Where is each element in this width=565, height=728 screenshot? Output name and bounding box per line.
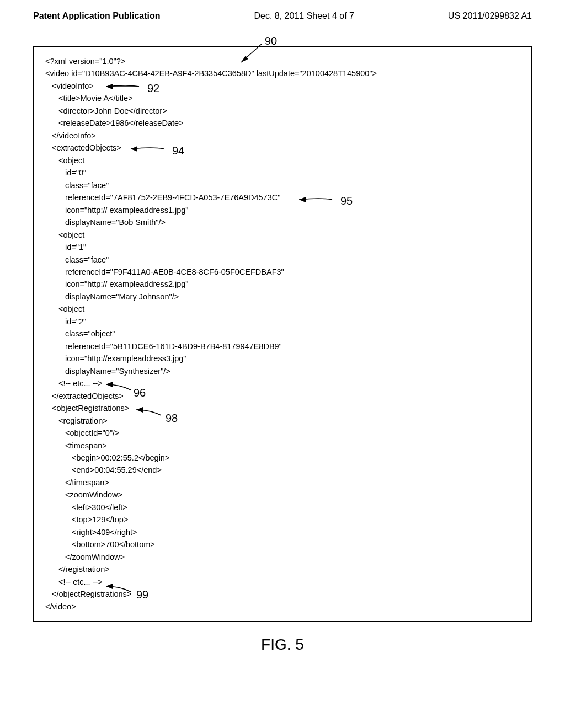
arrow-99	[100, 582, 139, 596]
xml-line: <title>Movie A</title>	[45, 92, 520, 104]
header-center: Dec. 8, 2011 Sheet 4 of 7	[254, 11, 354, 21]
ref-99: 99	[136, 586, 148, 603]
ref-92: 92	[147, 80, 159, 97]
xml-line: displayName="Synthesizer"/>	[45, 365, 520, 377]
header-right: US 2011/0299832 A1	[448, 11, 532, 21]
header-left: Patent Application Publication	[33, 11, 161, 21]
arrow-94	[125, 143, 169, 154]
xml-line: class="face"	[45, 179, 520, 191]
xml-line: </videoInfo>	[45, 130, 520, 142]
xml-line: <?xml version="1.0"?>	[45, 55, 520, 67]
svg-marker-8	[106, 584, 113, 589]
xml-line: class="face"	[45, 254, 520, 266]
xml-line: referenceId="7AF81752-2EB9-4FCD-A053-7E7…	[45, 191, 520, 204]
svg-marker-3	[106, 84, 113, 89]
ref-96: 96	[134, 384, 146, 402]
xml-line: <top>129</top>	[45, 513, 520, 526]
xml-line: referenceId="5B11DCE6-161D-4BD9-B7B4-817…	[45, 340, 520, 352]
xml-line: <extractedObjects>	[45, 142, 520, 154]
xml-line: <video id="D10B93AC-4CB4-42EB-A9F4-2B335…	[45, 67, 520, 79]
svg-marker-6	[106, 382, 113, 387]
xml-line: id="1"	[45, 241, 520, 253]
arrow-95	[294, 194, 338, 205]
xml-line: icon="http:// exampleaddress2.jpg"	[45, 278, 520, 290]
xml-line: icon="http://exampleaddress3.jpg"	[45, 352, 520, 365]
svg-marker-7	[136, 407, 143, 413]
xml-line: <director>John Doe</director>	[45, 105, 520, 117]
ref-98: 98	[166, 410, 178, 427]
xml-line: <end>00:04:55.29</end>	[45, 464, 520, 476]
xml-line: referenceId="F9F411A0-AE0B-4CE8-8CF6-05F…	[45, 266, 520, 278]
xml-line: <object	[45, 229, 520, 241]
xml-line: <releaseDate>1986</releaseDate>	[45, 117, 520, 129]
xml-line: <right>409</right>	[45, 526, 520, 538]
xml-line: <object	[45, 154, 520, 167]
ref-94: 94	[172, 142, 184, 159]
xml-line: </timespan>	[45, 477, 520, 489]
page-header: Patent Application Publication Dec. 8, 2…	[0, 0, 565, 29]
xml-line: <objectRegistrations>	[45, 402, 520, 414]
figure-content: 90 <?xml version="1.0"?> <video id="D10B…	[33, 46, 532, 654]
xml-line: displayName="Bob Smith"/>	[45, 216, 520, 228]
svg-marker-4	[131, 146, 137, 152]
xml-line: <objectId="0"/>	[45, 427, 520, 439]
xml-line: <object	[45, 303, 520, 315]
xml-line: </zoomWindow>	[45, 551, 520, 563]
ref-95: 95	[340, 192, 353, 210]
arrow-92	[100, 81, 145, 92]
xml-line: <begin>00:02:55.2</begin>	[45, 452, 520, 464]
xml-line: </registration>	[45, 563, 520, 575]
xml-line: </video>	[45, 601, 520, 613]
arrow-98	[131, 405, 169, 419]
xml-code-box: <?xml version="1.0"?> <video id="D10B93A…	[33, 46, 532, 622]
xml-line: icon="http:// exampleaddress1.jpg"	[45, 204, 520, 216]
xml-line: <timespan>	[45, 440, 520, 452]
xml-line: <bottom>700</bottom>	[45, 538, 520, 550]
xml-line: id="0"	[45, 167, 520, 179]
svg-marker-5	[299, 197, 306, 202]
xml-line: <zoomWindow>	[45, 489, 520, 501]
xml-line: displayName="Mary Johnson"/>	[45, 291, 520, 303]
xml-line: <left>300</left>	[45, 501, 520, 513]
xml-line: class="object"	[45, 328, 520, 340]
xml-line: id="2"	[45, 315, 520, 328]
xml-line: <registration>	[45, 415, 520, 427]
figure-caption: FIG. 5	[33, 636, 532, 654]
